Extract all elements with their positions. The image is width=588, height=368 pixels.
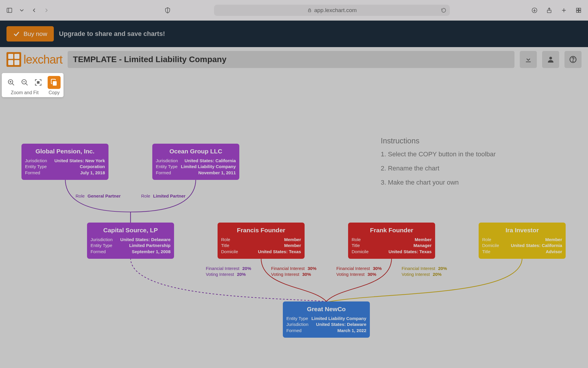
entity-row: JurisdictionUnited States: Delaware	[91, 237, 171, 243]
entity-row: Entity TypeLimited Partnership	[91, 243, 171, 248]
lock-icon	[307, 8, 312, 13]
logo[interactable]: lexchart	[6, 52, 62, 67]
fit-button[interactable]	[32, 76, 45, 89]
entity-row: JurisdictionUnited States: Delaware	[286, 321, 366, 327]
reload-icon[interactable]	[441, 8, 446, 13]
svg-rect-0	[7, 8, 12, 12]
edge-label-frank: Financial Interest30% Voting Interest30%	[336, 266, 382, 278]
entity-title: Global Pension, Inc.	[25, 148, 105, 155]
back-icon[interactable]	[30, 6, 38, 14]
logo-text: lexchart	[24, 53, 62, 66]
svg-point-15	[573, 61, 573, 62]
instruction-item: 2. Rename the chart	[381, 165, 496, 172]
logo-mark-icon	[6, 52, 21, 67]
zoom-copy-toolbar: Zoom and Fit Copy	[2, 73, 64, 97]
tabs-icon[interactable]	[574, 6, 583, 14]
entity-row: Entity TypeLimited Liability Company	[286, 316, 366, 321]
chart-canvas[interactable]: Global Pension, Inc. JurisdictionUnited …	[0, 71, 588, 368]
upgrade-bar: Buy now Upgrade to share and save charts…	[0, 21, 588, 47]
chart-title-input[interactable]	[68, 51, 514, 68]
entity-row: JurisdictionUnited States: New York	[25, 158, 105, 164]
entity-row: TitleAdvisor	[482, 249, 562, 255]
plus-icon[interactable]	[560, 6, 568, 14]
check-icon	[13, 30, 20, 37]
entity-title: Great NewCo	[286, 306, 366, 313]
upgrade-message: Upgrade to share and save charts!	[59, 30, 165, 38]
entity-capital-source[interactable]: Capital Source, LP JurisdictionUnited St…	[87, 223, 174, 259]
entity-francis-founder[interactable]: Francis Founder RoleMember TitleMember D…	[218, 223, 305, 259]
entity-row: TitleMember	[221, 243, 301, 248]
copy-label: Copy	[49, 90, 59, 95]
address-bar[interactable]: app.lexchart.com	[214, 5, 450, 16]
entity-title: Francis Founder	[221, 227, 301, 234]
shield-icon[interactable]	[163, 6, 172, 14]
entity-row: FormedMarch 1, 2022	[286, 328, 366, 334]
instructions-heading: Instructions	[381, 137, 496, 145]
svg-rect-11	[577, 10, 578, 12]
entity-row: FormedJuly 1, 2018	[25, 170, 105, 176]
instructions-panel: Instructions 1. Select the COPY button i…	[381, 137, 496, 193]
entity-row: DomicileUnited States: Texas	[221, 249, 301, 255]
edge-label-francis: Financial Interest30% Voting Interest30%	[271, 266, 316, 278]
entity-row: RoleMember	[221, 237, 301, 243]
zoom-out-button[interactable]	[18, 76, 31, 89]
svg-line-17	[12, 83, 14, 85]
edge-label-capital: Financial Interest20% Voting Interest20%	[206, 266, 251, 278]
instruction-item: 3. Make the chart your own	[381, 179, 496, 186]
entity-row: Entity TypeLimited Liability Company	[156, 164, 236, 170]
entity-row: Entity TypeCorporation	[25, 164, 105, 170]
url-text: app.lexchart.com	[314, 7, 357, 14]
svg-rect-23	[37, 81, 40, 84]
svg-rect-24	[53, 81, 57, 86]
entity-row: TitleManager	[352, 243, 432, 248]
entity-row: RoleMember	[482, 237, 562, 243]
entity-ira-investor[interactable]: Ira Investor RoleMember DomicileUnited S…	[479, 223, 566, 259]
edge-label-ira: Financial Interest20% Voting Interest20%	[402, 266, 447, 278]
sidebar-toggle-icon[interactable]	[5, 6, 14, 14]
user-button[interactable]	[542, 51, 559, 68]
entity-title: Ocean Group LLC	[156, 148, 236, 155]
svg-rect-9	[577, 8, 578, 10]
svg-point-13	[549, 57, 552, 59]
entity-row: FormedSeptember 1, 2008	[91, 249, 171, 255]
entity-ocean-group[interactable]: Ocean Group LLC JurisdictionUnited State…	[152, 144, 239, 180]
edge-label-lp: RoleLimited Partner	[141, 193, 186, 199]
svg-rect-3	[308, 10, 311, 12]
entity-row: DomicileUnited States: Texas	[352, 249, 432, 255]
entity-global-pension[interactable]: Global Pension, Inc. JurisdictionUnited …	[21, 144, 108, 180]
entity-frank-founder[interactable]: Frank Founder RoleMember TitleManager Do…	[348, 223, 435, 259]
entity-row: FormedNovember 1, 2011	[156, 170, 236, 176]
entity-great-newco[interactable]: Great NewCo Entity TypeLimited Liability…	[283, 301, 370, 338]
svg-rect-12	[579, 10, 581, 12]
entity-row: JurisdictionUnited States: California	[156, 158, 236, 164]
entity-title: Capital Source, LP	[91, 227, 171, 234]
forward-icon[interactable]	[42, 6, 51, 14]
chevron-down-icon[interactable]	[18, 6, 26, 14]
help-button[interactable]	[564, 51, 582, 68]
copy-button[interactable]	[48, 76, 61, 89]
browser-chrome: app.lexchart.com	[0, 0, 588, 21]
entity-row: DomicileUnited States: California	[482, 243, 562, 248]
app-header: lexchart	[0, 47, 588, 71]
zoom-in-button[interactable]	[5, 76, 18, 89]
buy-now-button[interactable]: Buy now	[6, 26, 54, 42]
zoom-fit-label: Zoom and Fit	[11, 90, 39, 95]
edge-label-gp: RoleGeneral Partner	[76, 193, 121, 199]
download-icon[interactable]	[530, 6, 539, 14]
svg-line-21	[26, 83, 28, 85]
instruction-item: 1. Select the COPY button in the toolbar	[381, 150, 496, 158]
entity-title: Ira Investor	[482, 227, 562, 234]
svg-rect-10	[579, 8, 581, 10]
entity-row: RoleMember	[352, 237, 432, 243]
download-button[interactable]	[520, 51, 537, 68]
entity-title: Frank Founder	[352, 227, 432, 234]
buy-now-label: Buy now	[24, 30, 47, 37]
share-icon[interactable]	[545, 6, 553, 14]
